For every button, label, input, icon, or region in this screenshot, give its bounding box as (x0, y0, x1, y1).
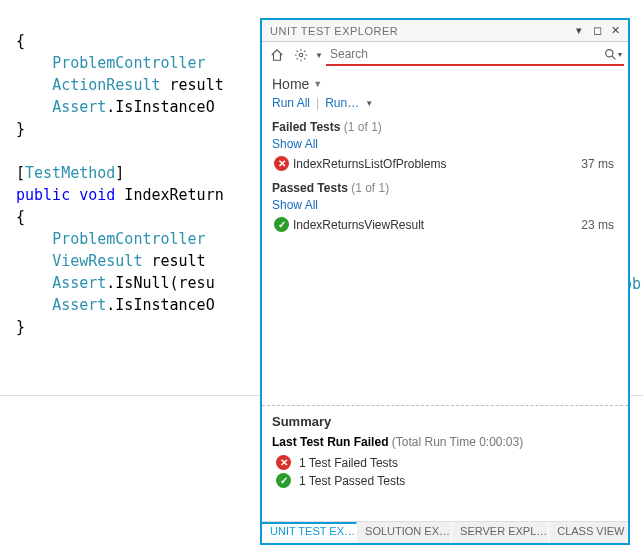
summary-failed-row: ✕ 1 Test Failed Tests (272, 455, 618, 470)
search-input[interactable] (326, 47, 602, 61)
chevron-down-icon[interactable]: ▼ (314, 44, 324, 66)
breadcrumb-home[interactable]: Home ▼ (272, 76, 618, 92)
summary-status: Last Test Run Failed (Total Run Time 0:0… (272, 435, 618, 449)
run-link[interactable]: Run… (325, 96, 359, 110)
svg-line-2 (612, 56, 615, 59)
tab-server-explorer[interactable]: SERVER EXPL… (452, 522, 549, 543)
tab-solution-explorer[interactable]: SOLUTION EX… (357, 522, 452, 543)
fail-icon: ✕ (276, 455, 291, 470)
summary-heading: Summary (272, 414, 618, 429)
run-links: Run All | Run… ▼ (272, 96, 618, 110)
window-restore-icon[interactable]: ◻ (588, 22, 606, 40)
pass-icon: ✓ (276, 473, 291, 488)
tab-class-view[interactable]: CLASS VIEW (549, 522, 628, 543)
test-duration: 37 ms (581, 157, 614, 171)
chevron-down-icon[interactable]: ▼ (365, 99, 373, 108)
passed-test-row[interactable]: ✓ IndexReturnsViewResult 23 ms (272, 215, 618, 234)
fail-icon: ✕ (274, 156, 289, 171)
passed-tests-header: Passed Tests (1 of 1) (272, 181, 618, 195)
window-close-icon[interactable]: ✕ (606, 22, 624, 40)
failed-tests-header: Failed Tests (1 of 1) (272, 120, 618, 134)
summary-section: Summary Last Test Run Failed (Total Run … (262, 405, 628, 499)
search-icon[interactable]: ▾ (602, 48, 624, 61)
panel-title-bar: UNIT TEST EXPLORER ▾ ◻ ✕ (262, 20, 628, 42)
run-all-link[interactable]: Run All (272, 96, 310, 110)
summary-passed-row: ✓ 1 Test Passed Tests (272, 473, 618, 488)
failed-test-row[interactable]: ✕ IndexReturnsListOfProblems 37 ms (272, 154, 618, 173)
svg-point-0 (299, 53, 303, 57)
home-label: Home (272, 76, 309, 92)
svg-point-1 (606, 49, 613, 56)
pass-icon: ✓ (274, 217, 289, 232)
unit-test-explorer-panel: UNIT TEST EXPLORER ▾ ◻ ✕ ▼ ▾ Home ▼ Run … (260, 18, 630, 545)
test-name: IndexReturnsViewResult (289, 218, 581, 232)
bottom-tabs: UNIT TEST EX… SOLUTION EX… SERVER EXPL… … (262, 521, 628, 543)
gear-icon[interactable] (290, 44, 312, 66)
panel-title: UNIT TEST EXPLORER (266, 25, 570, 37)
test-duration: 23 ms (581, 218, 614, 232)
show-all-failed-link[interactable]: Show All (272, 137, 318, 151)
panel-content: Home ▼ Run All | Run… ▼ Failed Tests (1 … (262, 68, 628, 521)
home-icon[interactable] (266, 44, 288, 66)
tab-unit-test-explorer[interactable]: UNIT TEST EX… (262, 522, 357, 543)
show-all-passed-link[interactable]: Show All (272, 198, 318, 212)
panel-toolbar: ▼ ▾ (262, 42, 628, 68)
test-name: IndexReturnsListOfProblems (289, 157, 581, 171)
chevron-down-icon: ▼ (313, 79, 322, 89)
window-menu-icon[interactable]: ▾ (570, 22, 588, 40)
search-box[interactable]: ▾ (326, 44, 624, 66)
